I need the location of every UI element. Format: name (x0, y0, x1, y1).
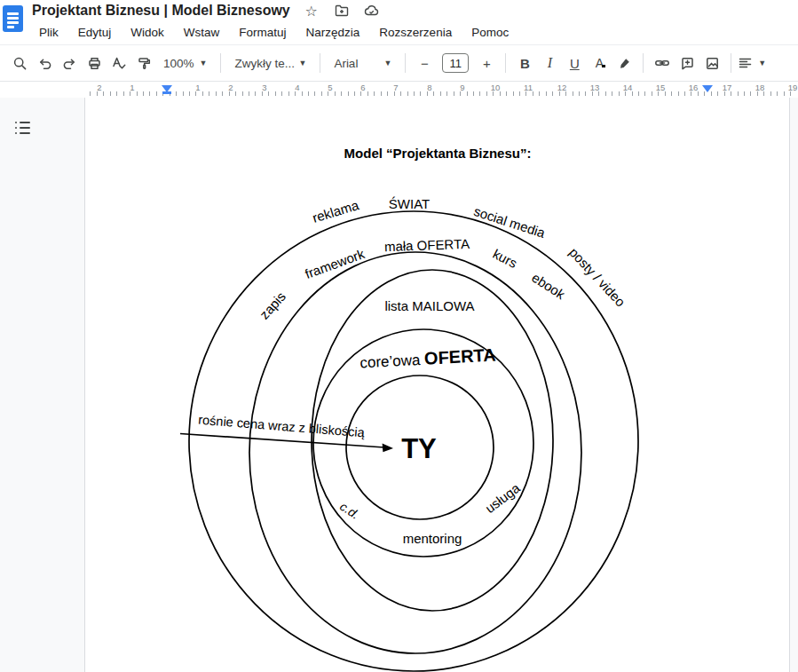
toolbar-separator (320, 53, 320, 73)
ruler-number: 13 (590, 83, 600, 92)
google-docs-window: Projektant Biznesu | Model Biznesowy ☆ P… (0, 0, 798, 672)
menu-item-pomoc[interactable]: Pomoc (462, 23, 518, 42)
insert-link-icon[interactable] (650, 51, 675, 75)
move-to-folder-icon[interactable] (333, 2, 351, 20)
menu-bar: PlikEdytujWidokWstawFormatujNarzędziaRoz… (29, 21, 518, 43)
font-select[interactable]: Arial ▼ (327, 51, 399, 75)
style-value: Zwykły te... (234, 57, 293, 70)
bold-button[interactable]: B (512, 51, 537, 75)
decrease-font-size-button[interactable]: − (412, 51, 437, 75)
right-indent-marker[interactable] (702, 85, 713, 92)
zoom-value: 100% (163, 57, 194, 70)
ruler: 2112345678910111213141516171819 (0, 83, 798, 98)
undo-icon[interactable] (32, 51, 57, 75)
toolbar-separator (405, 53, 406, 73)
font-value: Arial (334, 57, 378, 70)
document-title[interactable]: Projektant Biznesu | Model Biznesowy (32, 3, 290, 19)
ruler-number: 9 (460, 83, 464, 92)
ruler-number: 11 (524, 83, 533, 92)
ruler-number: 1 (195, 83, 200, 92)
add-comment-icon[interactable] (675, 51, 699, 75)
ruler-number: 2 (97, 83, 101, 92)
redo-icon[interactable] (57, 51, 82, 75)
ruler-number: 19 (788, 83, 798, 92)
menu-item-formatuj[interactable]: Formatuj (229, 23, 296, 42)
paint-format-icon[interactable] (131, 51, 156, 75)
diagram-label-ty: TY (401, 433, 437, 465)
align-left-icon[interactable]: ▼ (738, 51, 766, 75)
toolbar-separator (643, 53, 644, 73)
star-icon[interactable]: ☆ (303, 2, 320, 20)
concentric-circles-diagram[interactable] (0, 98, 798, 672)
text-color-button[interactable]: A (587, 51, 612, 75)
print-icon[interactable] (82, 51, 107, 75)
ruler-number: 15 (656, 83, 666, 92)
font-size-input[interactable]: 11 (442, 53, 469, 73)
ruler-number: 12 (557, 83, 567, 92)
toolbar-separator (220, 53, 221, 73)
diagram-label-lista-mailowa: lista MAILOWA (384, 298, 474, 313)
chevron-down-icon: ▼ (298, 59, 306, 67)
menu-item-wstaw[interactable]: Wstaw (174, 23, 230, 42)
diagram-label-swiat: ŚWIAT (389, 196, 430, 211)
ruler-number: 2 (228, 83, 233, 92)
ruler-number: 8 (427, 83, 431, 92)
menu-item-plik[interactable]: Plik (29, 23, 68, 42)
chevron-down-icon: ▼ (200, 59, 208, 67)
diagram-label-mentoring: mentoring (403, 531, 462, 546)
ruler-number: 4 (295, 83, 299, 92)
google-docs-icon[interactable] (3, 5, 23, 32)
ruler-number: 14 (623, 83, 633, 92)
ruler-number: 16 (689, 83, 699, 92)
diagram-label-mala-oferta: mała OFERTA (384, 236, 470, 254)
ruler-number: 1 (130, 83, 134, 92)
ruler-ticks (84, 91, 793, 96)
header: Projektant Biznesu | Model Biznesowy ☆ P… (0, 0, 798, 44)
chevron-down-icon: ▼ (383, 59, 391, 67)
toolbar-separator (505, 53, 506, 73)
insert-image-icon[interactable] (699, 51, 724, 75)
paragraph-style-select[interactable]: Zwykły te... ▼ (227, 51, 313, 75)
menu-item-rozszerzenia[interactable]: Rozszerzenia (369, 23, 462, 42)
toolbar: 100% ▼ Zwykły te... ▼ Arial ▼ − 11 + B I… (0, 44, 798, 82)
increase-font-size-button[interactable]: + (474, 51, 499, 75)
ruler-number: 3 (262, 83, 266, 92)
spell-check-icon[interactable] (107, 51, 131, 75)
menu-item-edytuj[interactable]: Edytuj (68, 23, 122, 42)
cloud-status-icon[interactable] (363, 2, 381, 20)
document-canvas: Model “Projektanta Biznesu”: reklamaŚWIA… (0, 98, 798, 672)
left-indent-marker[interactable] (162, 85, 172, 92)
menu-item-widok[interactable]: Widok (121, 23, 174, 42)
ruler-number: 7 (393, 83, 398, 92)
italic-button[interactable]: I (537, 51, 562, 75)
toolbar-separator (731, 53, 731, 73)
ruler-number: 17 (723, 83, 732, 92)
price-arrow-head (383, 444, 393, 453)
search-icon[interactable] (7, 51, 32, 75)
ruler-number: 5 (328, 83, 332, 92)
ruler-number: 10 (491, 83, 501, 92)
highlight-color-icon[interactable] (612, 51, 636, 75)
underline-button[interactable]: U (562, 51, 587, 75)
menu-item-narzędzia[interactable]: Narzędzia (296, 23, 370, 42)
ruler-number: 6 (360, 83, 365, 92)
chevron-down-icon: ▼ (758, 59, 766, 67)
zoom-select[interactable]: 100% ▼ (156, 51, 214, 75)
ruler-number: 18 (755, 83, 765, 92)
